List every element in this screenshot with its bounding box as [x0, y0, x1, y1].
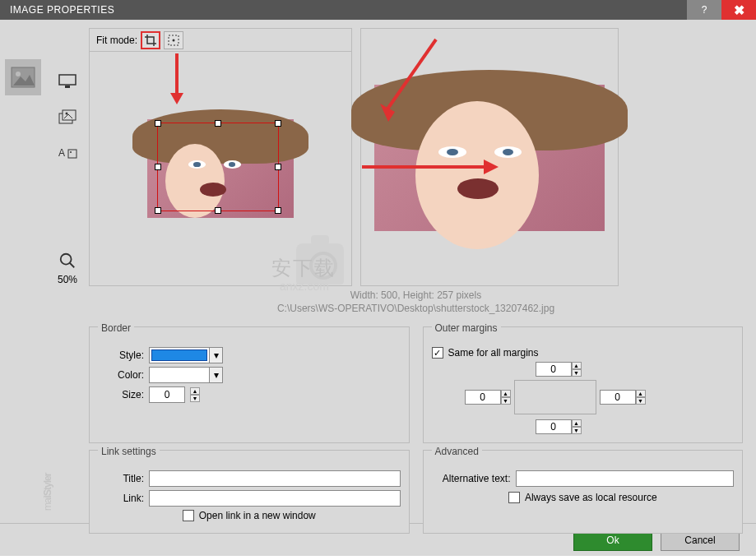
- left-sidebar: [0, 20, 46, 523]
- margin-right-input[interactable]: [600, 390, 636, 405]
- zoom-icon[interactable]: [58, 252, 77, 272]
- svg-point-9: [70, 151, 72, 153]
- crop-handle-mr[interactable]: [275, 164, 281, 170]
- svg-point-13: [173, 39, 175, 41]
- link-url-input[interactable]: [149, 490, 401, 507]
- advanced-group: Advanced Alternative text: Always save a…: [423, 450, 744, 534]
- crop-handle-bl[interactable]: [155, 207, 161, 214]
- screen-fit-icon[interactable]: [53, 69, 81, 94]
- titlebar: IMAGE PROPERTIES ? ✖: [0, 0, 756, 20]
- crop-handle-ml[interactable]: [155, 164, 161, 170]
- link-url-label: Link:: [98, 493, 144, 504]
- fitmode-crop-button[interactable]: [141, 31, 160, 49]
- svg-text:A: A: [58, 147, 65, 159]
- margin-right-spinner[interactable]: ▲▼: [636, 390, 646, 405]
- margin-left-spinner[interactable]: ▲▼: [501, 390, 511, 405]
- image-stack-icon[interactable]: [53, 105, 81, 130]
- image-metadata: Width: 500, Height: 257 pixels C:\Users\…: [89, 289, 743, 315]
- overlay-camera-icon: [296, 243, 344, 285]
- svg-rect-2: [59, 75, 76, 85]
- result-image: [374, 85, 605, 231]
- zoom-value: 50%: [58, 274, 77, 285]
- margin-top-spinner[interactable]: ▲▼: [572, 362, 582, 377]
- alt-text-label: Alternative text:: [432, 473, 511, 484]
- same-margins-label: Same for all margins: [448, 347, 539, 359]
- brand-watermark: mailStyler: [20, 474, 59, 511]
- meta-filepath: C:\Users\WS-OPERATIVO\Desktop\shuttersto…: [89, 303, 743, 316]
- crop-rectangle[interactable]: [157, 123, 279, 211]
- link-title-label: Title:: [98, 473, 144, 484]
- border-title: Border: [98, 322, 134, 334]
- text-image-icon[interactable]: A: [53, 141, 81, 166]
- margin-left-input[interactable]: [465, 390, 501, 405]
- fitmode-fit-button[interactable]: [164, 31, 183, 49]
- link-group: Link settings Title: Link: Open link in …: [89, 450, 410, 534]
- newwindow-label: Open link in a new window: [199, 510, 316, 521]
- svg-rect-8: [68, 150, 77, 158]
- style-combo[interactable]: ▾: [149, 347, 223, 363]
- result-panel: Width: ▲▼ Height: ▲▼: [360, 28, 619, 286]
- close-button[interactable]: ✖: [721, 0, 756, 20]
- same-margins-checkbox[interactable]: [432, 347, 443, 359]
- crop-handle-tr[interactable]: [275, 120, 281, 127]
- crop-handle-bm[interactable]: [215, 207, 221, 214]
- image-placeholder-icon: [5, 59, 41, 95]
- margin-bottom-input[interactable]: [536, 419, 572, 434]
- window-title: IMAGE PROPERTIES: [10, 4, 114, 16]
- local-resource-checkbox[interactable]: [508, 492, 520, 503]
- svg-line-11: [70, 263, 75, 268]
- arrow-down-icon: [169, 53, 185, 109]
- source-image[interactable]: [147, 119, 294, 218]
- color-combo[interactable]: ▾: [149, 367, 223, 383]
- size-label: Size:: [98, 389, 144, 400]
- size-input[interactable]: [149, 386, 185, 403]
- svg-point-1: [16, 72, 21, 76]
- style-label: Style:: [98, 349, 144, 361]
- newwindow-checkbox[interactable]: [183, 510, 194, 521]
- color-label: Color:: [98, 369, 144, 381]
- meta-dimensions: Width: 500, Height: 257 pixels: [89, 289, 743, 303]
- crop-handle-br[interactable]: [275, 207, 281, 214]
- crop-handle-tl[interactable]: [155, 120, 161, 127]
- svg-point-6: [66, 113, 68, 115]
- tool-column: A 50%: [46, 20, 89, 523]
- crop-handle-tm[interactable]: [215, 120, 221, 127]
- fitmode-label: Fit mode:: [96, 35, 137, 46]
- help-button[interactable]: ?: [687, 0, 721, 20]
- link-title: Link settings: [98, 446, 160, 457]
- margin-bottom-spinner[interactable]: ▲▼: [572, 419, 582, 434]
- outer-title: Outer margins: [432, 322, 501, 334]
- outer-margins-group: Outer margins Same for all margins ▲▼ ▲▼…: [423, 326, 744, 443]
- svg-marker-15: [170, 93, 183, 104]
- size-spinner[interactable]: ▲▼: [190, 387, 200, 402]
- margin-top-input[interactable]: [536, 362, 572, 377]
- advanced-title: Advanced: [432, 446, 482, 457]
- local-resource-label: Always save as local resource: [525, 492, 657, 503]
- border-group: Border Style: ▾ Color: ▾ Size: ▲▼: [89, 326, 410, 443]
- alt-text-input[interactable]: [516, 470, 735, 487]
- link-title-input[interactable]: [149, 470, 401, 487]
- svg-point-10: [61, 254, 72, 265]
- svg-rect-3: [65, 86, 70, 88]
